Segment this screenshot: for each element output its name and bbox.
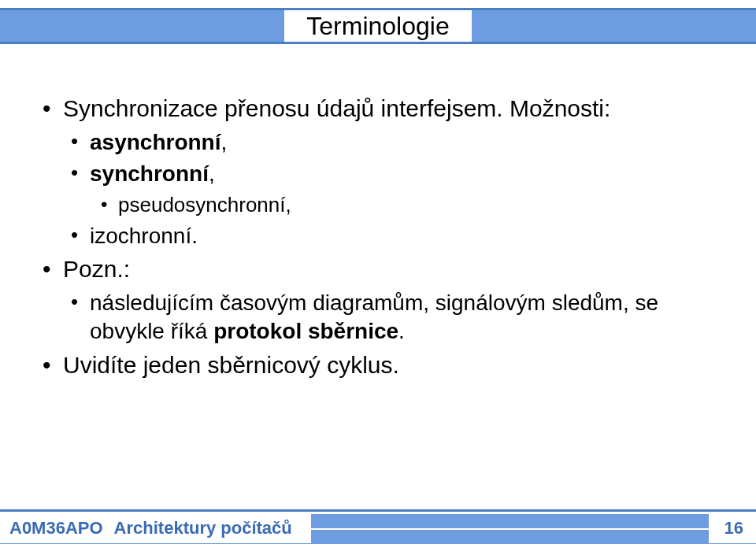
- bullet-item: asynchronní,: [69, 128, 724, 157]
- title-stripe-right: [472, 10, 756, 42]
- footer: A0M36APO Architektury počítačů 16: [0, 509, 756, 544]
- bullet-item: synchronní,: [69, 160, 724, 188]
- title-stripe-left: [0, 10, 284, 42]
- footer-right: 16: [709, 513, 756, 543]
- title-bar: Terminologie: [0, 8, 756, 44]
- course-title: Architektury počítačů: [114, 518, 292, 538]
- bullet-item: Uvidíte jeden sběrnicový cyklus.: [41, 350, 724, 380]
- page-number: 16: [724, 518, 743, 538]
- bullet-item: Pozn.:: [41, 253, 724, 284]
- bullet-item: následujícím časovým diagramům, signálov…: [69, 289, 724, 346]
- course-code: A0M36APO: [9, 518, 103, 538]
- footer-left: A0M36APO Architektury počítačů: [0, 513, 311, 543]
- bullet-item: pseudosynchronní,: [99, 192, 724, 219]
- content-area: Synchronizace přenosu údajů interfejsem.…: [0, 44, 756, 380]
- bullet-item: izochronní.: [69, 222, 724, 250]
- page-title: Terminologie: [284, 12, 471, 41]
- bullet-item: Synchronizace přenosu údajů interfejsem.…: [41, 93, 724, 124]
